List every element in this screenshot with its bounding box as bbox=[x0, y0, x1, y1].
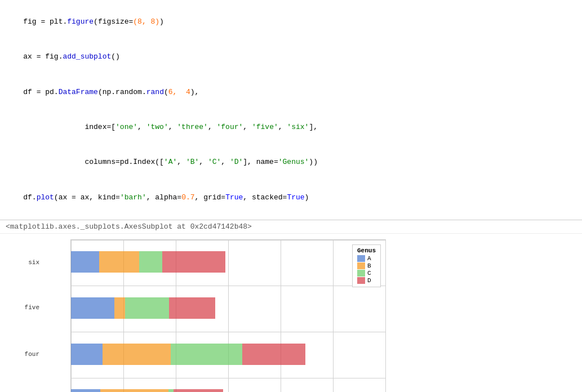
grid-line-h4 bbox=[71, 378, 385, 378]
legend-item-d: D bbox=[357, 277, 376, 284]
code-block: fig = plt.figure(figsize=(8, 8)) ax = fi… bbox=[0, 0, 582, 220]
legend-color-b bbox=[357, 262, 365, 269]
y-label-six: six bbox=[28, 259, 39, 266]
chart-wrapper: six five four three two one bbox=[11, 239, 571, 392]
seg-four-d bbox=[242, 344, 305, 365]
seg-six-d bbox=[162, 251, 225, 273]
legend-label-b: B bbox=[367, 262, 371, 269]
chart-container: six five four three two one bbox=[0, 234, 582, 392]
seg-six-a bbox=[71, 251, 99, 273]
seg-five-a bbox=[71, 297, 114, 319]
code-line-1: fig = plt.figure(figsize=(8, 8)) bbox=[6, 5, 576, 39]
seg-five-c bbox=[125, 297, 169, 319]
code-line-5: columns=pd.Index(['A', 'B', 'C', 'D'], n… bbox=[6, 145, 576, 180]
code-line-4: index=['one', 'two', 'three', 'four', 'f… bbox=[6, 110, 576, 145]
seg-three-c bbox=[168, 389, 174, 392]
code-line-3: df = pd.DataFrame(np.random.rand(6, 4), bbox=[6, 75, 576, 110]
chart-legend: Genus A B C D bbox=[352, 244, 381, 287]
code-line-2: ax = fig.add_subplot() bbox=[6, 39, 576, 74]
seg-four-b bbox=[103, 344, 171, 365]
grid-line-h3 bbox=[71, 332, 385, 332]
seg-four-a bbox=[71, 344, 103, 365]
legend-item-b: B bbox=[357, 262, 376, 269]
code-line-6: df.plot(ax = ax, kind='barh', alpha=0.7,… bbox=[6, 180, 576, 215]
legend-label-a: A bbox=[367, 255, 371, 262]
bar-row-four bbox=[71, 344, 385, 365]
legend-title: Genus bbox=[357, 247, 376, 254]
bar-row-six bbox=[71, 251, 385, 273]
y-label-five: five bbox=[25, 304, 39, 311]
seg-three-b bbox=[100, 389, 168, 392]
grid-line-h1 bbox=[71, 240, 385, 240]
legend-color-a bbox=[357, 255, 365, 262]
output-text: <matplotlib.axes._subplots.AxesSubplot a… bbox=[0, 220, 582, 234]
legend-label-d: D bbox=[367, 277, 371, 284]
grid-line-30 bbox=[385, 240, 386, 392]
chart-area: Genus A B C D bbox=[70, 239, 386, 392]
seg-three-d bbox=[174, 389, 223, 392]
bar-row-five bbox=[71, 297, 385, 319]
y-axis: six five four three two one bbox=[11, 239, 42, 392]
legend-color-d bbox=[357, 277, 365, 284]
bar-row-three bbox=[71, 389, 385, 392]
seg-three-a bbox=[71, 389, 100, 392]
seg-five-d bbox=[169, 297, 215, 319]
seg-six-c bbox=[139, 251, 162, 273]
seg-five-b bbox=[114, 297, 125, 319]
seg-six-b bbox=[99, 251, 139, 273]
y-label-four: four bbox=[25, 351, 39, 358]
legend-label-c: C bbox=[367, 270, 371, 277]
legend-color-c bbox=[357, 270, 365, 277]
legend-item-a: A bbox=[357, 255, 376, 262]
legend-item-c: C bbox=[357, 270, 376, 277]
grid-line-h2 bbox=[71, 286, 385, 286]
seg-four-c bbox=[171, 344, 242, 365]
